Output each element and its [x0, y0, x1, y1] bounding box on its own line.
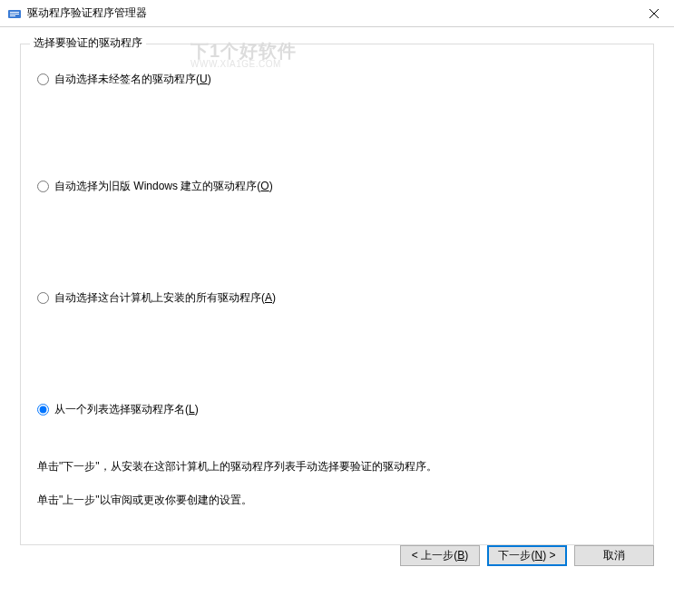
radio-unsigned-label[interactable]: 自动选择未经签名的驱动程序(U): [54, 72, 211, 87]
radio-old-windows[interactable]: 自动选择为旧版 Windows 建立的驱动程序(O): [37, 179, 637, 194]
back-button[interactable]: < 上一步(B): [400, 545, 480, 566]
svg-rect-1: [10, 12, 19, 13]
radio-old-windows-input[interactable]: [37, 181, 49, 192]
select-drivers-group: 选择要验证的驱动程序 自动选择未经签名的驱动程序(U) 自动选择为旧版 Wind…: [20, 44, 654, 545]
next-button[interactable]: 下一步(N) >: [487, 545, 567, 566]
cancel-button[interactable]: 取消: [574, 545, 654, 566]
radio-unsigned-input[interactable]: [37, 73, 49, 85]
radio-from-list-label[interactable]: 从一个列表选择驱动程序名(L): [54, 402, 199, 417]
radio-from-list-input[interactable]: [37, 404, 49, 416]
description-block: 单击"下一步"，从安装在这部计算机上的驱动程序列表手动选择要验证的驱动程序。 单…: [37, 458, 637, 509]
radio-from-list[interactable]: 从一个列表选择驱动程序名(L): [37, 402, 637, 417]
radio-unsigned[interactable]: 自动选择未经签名的驱动程序(U): [37, 72, 637, 87]
window-title: 驱动程序验证程序管理器: [27, 5, 633, 21]
close-button[interactable]: [633, 0, 674, 26]
close-icon: [650, 9, 659, 18]
desc-line-1: 单击"下一步"，从安装在这部计算机上的驱动程序列表手动选择要验证的驱动程序。: [37, 458, 637, 475]
group-label: 选择要验证的驱动程序: [30, 35, 146, 51]
radio-old-windows-label[interactable]: 自动选择为旧版 Windows 建立的驱动程序(O): [54, 179, 273, 194]
desc-line-2: 单击"上一步"以审阅或更改你要创建的设置。: [37, 492, 637, 509]
radio-all-drivers[interactable]: 自动选择这台计算机上安装的所有驱动程序(A): [37, 290, 637, 306]
svg-rect-2: [10, 14, 19, 15]
radio-all-drivers-input[interactable]: [37, 292, 49, 304]
radio-all-drivers-label[interactable]: 自动选择这台计算机上安装的所有驱动程序(A): [54, 290, 276, 306]
svg-rect-3: [10, 15, 15, 16]
app-icon: [7, 6, 22, 21]
button-bar: < 上一步(B) 下一步(N) > 取消: [400, 537, 654, 573]
titlebar: 驱动程序验证程序管理器: [0, 0, 674, 27]
content-area: 下1个好软件 WWW.XIA1GE.COM 选择要验证的驱动程序 自动选择未经签…: [0, 27, 674, 576]
